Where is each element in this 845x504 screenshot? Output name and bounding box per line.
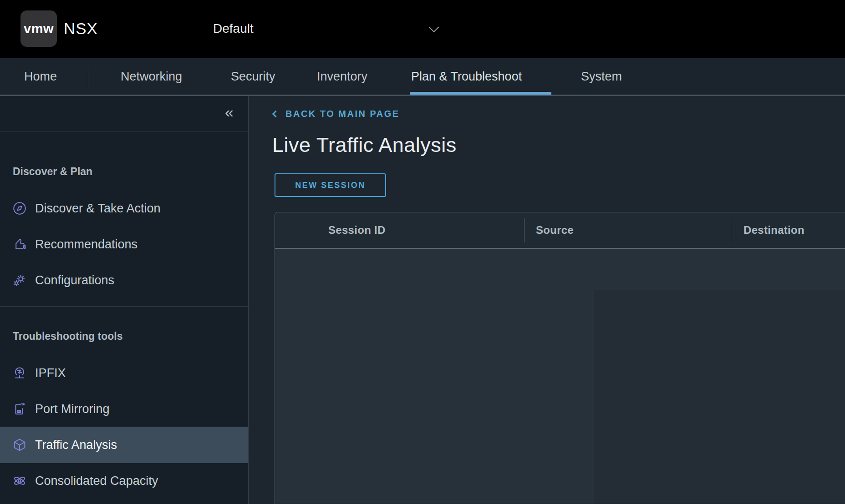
sidebar-item-recommendations[interactable]: Recommendations [0,226,248,262]
product-title: NSX [64,0,98,58]
flow-globe-icon [12,365,27,381]
main-content: BACK TO MAIN PAGE Live Traffic Analysis … [249,96,845,504]
column-header-destination[interactable]: Destination [731,212,845,248]
nav-tab-plan-troubleshoot[interactable]: Plan & Troubleshoot [411,58,522,95]
nav-tab-system[interactable]: System [581,58,622,95]
sidebar-section-troubleshooting-tools: Troubleshooting tools [13,330,122,343]
sidebar-item-label: Configurations [35,273,114,287]
sessions-table-body [275,249,845,504]
sidebar-item-label: Traffic Analysis [35,438,117,452]
sidebar-item-port-mirroring[interactable]: Port Mirroring [0,391,248,427]
column-separator [524,218,524,242]
page-title: Live Traffic Analysis [272,133,457,157]
org-selector-value: Default [213,0,254,58]
sidebar-item-ipfix[interactable]: IPFIX [0,355,248,391]
thumbs-up-icon [12,237,27,252]
compass-icon [12,201,27,216]
nav-tab-inventory[interactable]: Inventory [317,58,367,95]
sidebar-item-label: Discover & Take Action [35,202,161,216]
org-selector-dropdown[interactable]: Default [200,0,442,58]
column-header-session-id[interactable]: Session ID [275,212,524,248]
sessions-table: Session ID Source Destination [275,212,845,504]
sidebar-item-configurations[interactable]: Configurations [0,262,248,298]
chevron-left-icon [272,111,280,118]
vmware-logo: vmw [20,10,57,47]
table-body-shade [594,290,845,504]
gears-icon [12,272,27,288]
nsx-app-window: vmw NSX Default Home Networking Security… [0,0,845,504]
nav-divider [88,69,88,86]
sidebar-item-label: IPFIX [35,366,66,380]
top-bar: vmw NSX Default [0,0,845,58]
nav-tab-security[interactable]: Security [231,58,275,95]
column-header-source[interactable]: Source [524,212,731,248]
sidebar-item-consolidated-capacity[interactable]: Consolidated Capacity [0,463,248,499]
sidebar-divider [0,131,249,131]
sidebar-section-discover-plan: Discover & Plan [13,166,92,178]
back-to-main-page-link[interactable]: BACK TO MAIN PAGE [273,107,400,121]
nav-tab-home[interactable]: Home [24,58,57,95]
nav-tab-networking[interactable]: Networking [121,58,182,95]
back-link-label: BACK TO MAIN PAGE [285,109,400,119]
new-session-button[interactable]: NEW SESSION [275,173,386,197]
sidebar-item-label: Port Mirroring [35,402,110,416]
sidebar-collapse-button[interactable]: « [225,104,234,120]
atom-icon [12,473,27,489]
chevron-down-icon [429,22,439,33]
vmware-logo-text: vmw [24,21,54,36]
sidebar-item-traffic-analysis[interactable]: Traffic Analysis [0,427,248,463]
column-separator [731,218,731,242]
cube-icon [12,437,27,453]
document-arrow-icon [12,401,27,417]
sidebar-item-label: Recommendations [35,237,137,252]
main-nav: Home Networking Security Inventory Plan … [0,58,845,96]
sidebar-divider [0,306,249,307]
sidebar-item-label: Consolidated Capacity [35,474,158,488]
active-tab-underline [410,92,551,95]
sessions-table-header: Session ID Source Destination [275,212,845,249]
top-bar-divider [451,9,451,49]
sidebar: « Discover & Plan Discover & Take Action… [0,96,249,504]
sidebar-item-discover-take-action[interactable]: Discover & Take Action [0,190,248,227]
